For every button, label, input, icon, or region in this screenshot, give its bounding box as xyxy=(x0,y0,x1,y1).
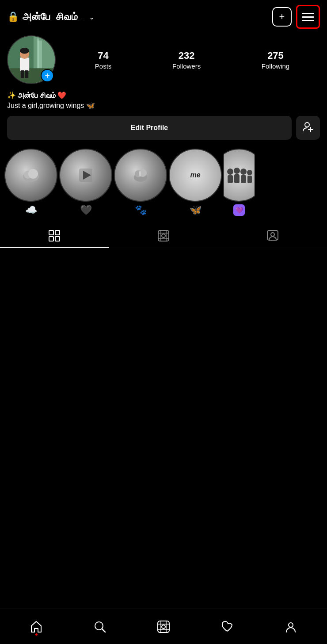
followers-label: Followers xyxy=(172,62,201,70)
nav-home[interactable] xyxy=(30,621,42,633)
menu-line-1 xyxy=(302,13,314,14)
add-story-button[interactable]: + xyxy=(41,69,54,82)
story-circle-2[interactable] xyxy=(59,149,112,202)
svg-rect-30 xyxy=(49,230,53,235)
tab-grid[interactable] xyxy=(0,225,109,248)
story-circle-5[interactable] xyxy=(224,149,255,202)
story-badge-5: 💜 xyxy=(233,204,245,216)
tabs-row xyxy=(0,225,327,248)
bottom-nav xyxy=(0,609,327,644)
story-item-1[interactable]: ☁️ xyxy=(4,149,57,216)
story-circle-1[interactable] xyxy=(4,149,57,202)
story-item-2[interactable]: 🖤 xyxy=(59,149,112,216)
svg-rect-34 xyxy=(158,230,169,241)
svg-point-45 xyxy=(162,625,165,629)
svg-rect-33 xyxy=(55,237,60,241)
svg-point-28 xyxy=(247,170,252,175)
tab-reels[interactable] xyxy=(109,225,218,248)
add-person-button[interactable] xyxy=(296,116,320,140)
lock-icon: 🔒 xyxy=(7,11,19,23)
story-item-3[interactable]: 🐾 xyxy=(114,149,167,216)
story-emoji-3: 🐾 xyxy=(135,204,147,216)
svg-point-7 xyxy=(20,48,29,54)
posts-count: 74 xyxy=(98,50,108,61)
posts-stat[interactable]: 74 Posts xyxy=(95,50,112,70)
followers-stat[interactable]: 232 Followers xyxy=(172,50,201,70)
followers-count: 232 xyxy=(179,50,195,61)
svg-rect-8 xyxy=(21,70,24,78)
nav-likes[interactable] xyxy=(221,621,233,633)
sparkle-icon: ✨ xyxy=(7,92,16,99)
story-emoji-1: ☁️ xyxy=(25,204,37,216)
profile-top: + 74 Posts 232 Followers 275 Following xyxy=(7,35,320,84)
svg-line-43 xyxy=(102,629,106,632)
home-notification-dot xyxy=(35,633,38,636)
svg-point-24 xyxy=(234,168,240,174)
following-label: Following xyxy=(262,62,289,70)
bio-tagline: Just a girl,growing wings 🦋 xyxy=(7,101,320,110)
svg-point-41 xyxy=(271,233,274,236)
posts-label: Posts xyxy=(95,62,112,70)
story-emoji-4: 🦋 xyxy=(190,204,202,216)
svg-point-10 xyxy=(305,123,309,127)
following-count: 275 xyxy=(267,50,284,61)
bio-name: ✨ அன்பே சிவம் ❤️ xyxy=(7,91,320,100)
svg-rect-29 xyxy=(247,176,252,183)
stories-row: ☁️ 🖤 🐾 me 🦋 xyxy=(0,149,327,225)
svg-point-50 xyxy=(289,623,293,627)
story-circle-3[interactable] xyxy=(114,149,167,202)
story-emoji-2: 🖤 xyxy=(80,204,92,216)
edit-profile-label: Edit Profile xyxy=(131,124,168,132)
svg-point-22 xyxy=(227,169,233,175)
following-stat[interactable]: 275 Following xyxy=(262,50,289,70)
avatar-wrap: + xyxy=(7,35,56,84)
bio-section: ✨ அன்பே சிவம் ❤️ Just a girl,growing win… xyxy=(0,91,327,116)
content-area xyxy=(0,248,327,514)
menu-line-3 xyxy=(302,20,314,21)
top-bar-left: 🔒 அன்பே_சிவம்_ ⌄ xyxy=(7,11,95,23)
svg-rect-23 xyxy=(228,175,233,183)
username-text: அன்பே_சிவம்_ xyxy=(23,11,84,23)
top-bar-right: + xyxy=(272,5,320,29)
story-circle-4[interactable]: me xyxy=(169,149,222,202)
svg-rect-27 xyxy=(241,175,246,183)
menu-button[interactable] xyxy=(296,5,320,29)
action-row: Edit Profile xyxy=(0,116,327,149)
svg-rect-9 xyxy=(25,70,29,78)
add-icon: + xyxy=(279,11,285,23)
stats-row: 74 Posts 232 Followers 275 Following xyxy=(65,50,320,70)
story-item-4[interactable]: me 🦋 xyxy=(169,149,222,216)
profile-section: + 74 Posts 232 Followers 275 Following xyxy=(0,32,327,84)
edit-profile-button[interactable]: Edit Profile xyxy=(7,116,292,140)
svg-rect-44 xyxy=(158,621,169,632)
nav-search[interactable] xyxy=(94,621,106,633)
svg-rect-32 xyxy=(49,237,53,241)
menu-line-2 xyxy=(302,16,314,18)
tab-tagged[interactable] xyxy=(218,225,327,248)
chevron-down-icon: ⌄ xyxy=(89,13,95,21)
svg-rect-21 xyxy=(139,171,141,176)
top-bar: 🔒 அன்பே_சிவம்_ ⌄ + xyxy=(0,0,327,32)
nav-profile[interactable] xyxy=(285,621,297,633)
svg-point-15 xyxy=(28,169,38,179)
add-person-icon xyxy=(302,121,314,135)
nav-reels[interactable] xyxy=(157,621,170,633)
svg-point-26 xyxy=(240,169,247,175)
story-item-5[interactable]: 💜 xyxy=(224,149,255,216)
svg-rect-25 xyxy=(234,174,240,183)
add-post-button[interactable]: + xyxy=(272,7,292,27)
svg-rect-5 xyxy=(20,58,29,71)
svg-rect-31 xyxy=(55,230,60,235)
svg-point-35 xyxy=(162,234,165,238)
